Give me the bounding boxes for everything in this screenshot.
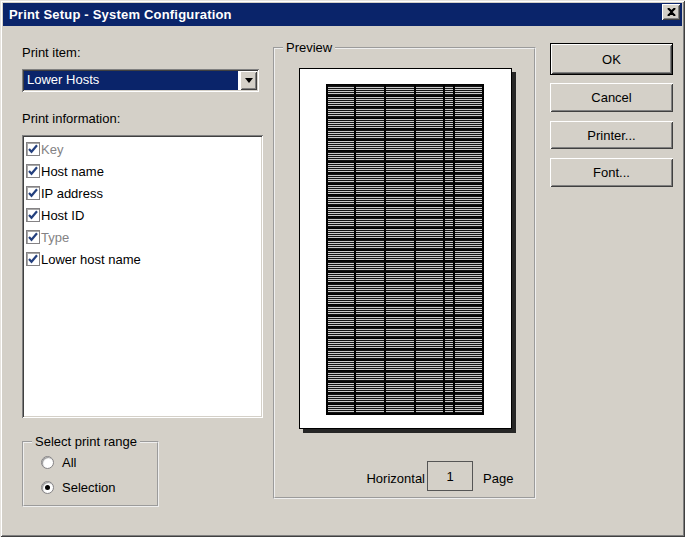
checkmark-icon bbox=[27, 253, 39, 265]
checkmark-icon bbox=[27, 143, 39, 155]
print-information-label: Print information: bbox=[22, 111, 120, 126]
list-item-label: Host name bbox=[41, 164, 104, 179]
preview-label: Preview bbox=[283, 40, 335, 55]
print-setup-dialog: Print Setup - System Configuration Print… bbox=[0, 0, 685, 537]
close-button[interactable] bbox=[662, 4, 680, 20]
page-label: Page bbox=[483, 471, 513, 486]
grid-column-line bbox=[482, 84, 484, 415]
font-button[interactable]: Font... bbox=[550, 158, 673, 187]
radio-dot bbox=[45, 485, 50, 490]
print-item-selected-value: Lower Hosts bbox=[24, 71, 238, 90]
radio-option-selection[interactable]: Selection bbox=[41, 480, 115, 495]
checkbox[interactable] bbox=[26, 164, 40, 178]
list-item[interactable]: IP address bbox=[24, 182, 261, 204]
close-icon bbox=[667, 8, 676, 16]
select-print-range-label: Select print range bbox=[32, 434, 140, 449]
list-item-label: Key bbox=[41, 142, 63, 157]
preview-table-grid bbox=[326, 84, 484, 415]
list-item[interactable]: Host name bbox=[24, 160, 261, 182]
select-print-range-group: Select print range All Selection bbox=[22, 441, 159, 507]
grid-column-line bbox=[453, 84, 455, 415]
horizontal-pages-field[interactable]: 1 bbox=[427, 461, 473, 491]
title-bar[interactable]: Print Setup - System Configuration bbox=[3, 3, 682, 26]
checkmark-icon bbox=[27, 231, 39, 243]
print-item-label: Print item: bbox=[22, 45, 81, 60]
list-item-label: IP address bbox=[41, 186, 103, 201]
checkbox[interactable] bbox=[26, 252, 40, 266]
preview-group: Preview Horizontal 1 Page bbox=[273, 47, 536, 499]
grid-column-line bbox=[384, 84, 386, 415]
checkmark-icon bbox=[27, 187, 39, 199]
grid-column-line bbox=[414, 84, 416, 415]
cancel-button[interactable]: Cancel bbox=[550, 83, 673, 112]
radio-icon bbox=[41, 456, 54, 469]
radio-option-label: All bbox=[62, 455, 76, 470]
print-item-dropdown[interactable]: Lower Hosts bbox=[22, 69, 259, 92]
list-item-label: Lower host name bbox=[41, 252, 141, 267]
list-item[interactable]: Key bbox=[24, 138, 261, 160]
list-item[interactable]: Host ID bbox=[24, 204, 261, 226]
radio-option-label: Selection bbox=[62, 480, 115, 495]
checkbox[interactable] bbox=[26, 142, 40, 156]
checkmark-icon bbox=[27, 165, 39, 177]
checkbox[interactable] bbox=[26, 230, 40, 244]
grid-column-line bbox=[443, 84, 445, 415]
grid-column-line bbox=[354, 84, 356, 415]
checkbox[interactable] bbox=[26, 208, 40, 222]
ok-button[interactable]: OK bbox=[550, 43, 673, 75]
window-title: Print Setup - System Configuration bbox=[3, 7, 232, 22]
list-item-label: Type bbox=[41, 230, 69, 245]
checkbox[interactable] bbox=[26, 186, 40, 200]
print-information-list[interactable]: Key Host name IP address Host ID Type Lo… bbox=[22, 135, 263, 418]
grid-column-line bbox=[326, 84, 328, 415]
list-item-label: Host ID bbox=[41, 208, 84, 223]
preview-page bbox=[299, 68, 512, 429]
horizontal-label: Horizontal bbox=[335, 471, 425, 486]
dropdown-arrow-button[interactable] bbox=[240, 71, 257, 90]
checkmark-icon bbox=[27, 209, 39, 221]
radio-icon bbox=[41, 481, 54, 494]
list-item[interactable]: Lower host name bbox=[24, 248, 261, 270]
chevron-down-icon bbox=[245, 78, 253, 83]
printer-button[interactable]: Printer... bbox=[550, 121, 673, 149]
radio-option-all[interactable]: All bbox=[41, 455, 76, 470]
list-item[interactable]: Type bbox=[24, 226, 261, 248]
